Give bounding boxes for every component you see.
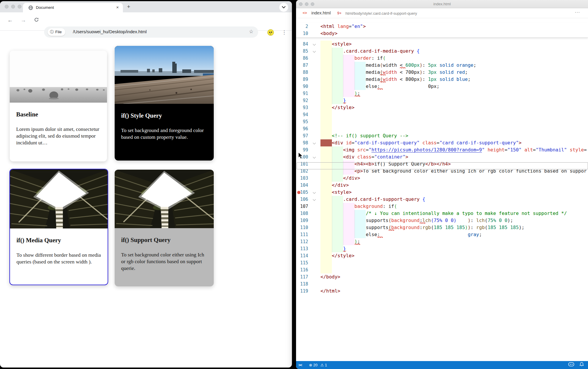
line-number[interactable]: 116 [296,266,308,273]
code-area[interactable]: 84 <style>85 .card.card-if-media-query {… [296,41,588,361]
card-body-text: To set background and foreground color b… [121,127,207,141]
extension-avatar-icon[interactable] [267,29,274,37]
browser-window: Document × + ← → ⓘFile /Users/suowei_hu/… [0,1,292,368]
forward-button[interactable]: → [21,17,26,24]
line-number[interactable]: 92 [296,97,308,104]
editor-tab-filename[interactable]: index.html [311,11,331,15]
error-squiggle [380,74,385,76]
line-number[interactable]: 85 [296,48,308,55]
code-line-85: 85 .card.card-if-media-query { [296,48,588,55]
line-number[interactable]: 119 [296,288,308,295]
code-line-109: 109 supports(background:lch(75% 0 0) ): … [296,217,588,224]
remote-indicator-icon[interactable]: >< [298,361,303,369]
code-text: <body> [320,30,338,37]
card-body-text: To show different border based on media … [16,252,101,265]
card-body-text: Lorem ipsum dolor sit amet, consectetur … [16,126,101,146]
traffic-light-zoom[interactable] [18,5,21,9]
globe-favicon-icon [28,5,33,11]
traffic-light-close[interactable] [5,5,9,9]
code-line-100: 100 <div class="container"> [296,153,588,161]
browser-tab-document[interactable]: Document × [23,3,123,12]
code-text: </style> [320,252,355,259]
code-line-119: 119</html> [296,288,588,295]
fold-chevron-icon[interactable] [313,50,316,53]
line-number[interactable]: 89 [296,76,308,83]
line-number[interactable]: 107 [296,203,308,210]
code-text: </div> [320,182,349,189]
line-number[interactable]: 84 [296,41,308,48]
line-number[interactable]: 97 [296,132,308,139]
line-number[interactable]: 118 [296,280,308,288]
editor-more-actions[interactable]: ··· [575,9,580,14]
code-line-10: 10<body> [296,30,588,37]
code-text: </div> [320,175,360,182]
card-title: if() Media Query [16,237,101,244]
new-tab-button[interactable]: + [127,4,130,10]
html-file-icon: <> [303,11,307,15]
line-number[interactable]: 94 [296,111,308,118]
notifications-bell-icon[interactable] [579,361,584,369]
code-line-115: 115 [296,259,588,266]
code-text: /* ↓ You can intentionally make a typo t… [320,210,567,217]
line-number[interactable]: 109 [296,217,308,224]
indent-guide [320,125,332,132]
traffic-light-minimize[interactable] [11,5,15,9]
card-title: if() Support Query [121,236,207,244]
file-scheme-chip[interactable]: ⓘFile [48,28,65,36]
code-text: ); [320,238,360,245]
error-count: 20 [313,363,318,367]
line-number[interactable]: 108 [296,210,308,217]
bookmark-star-icon[interactable]: ☆ [249,29,253,35]
line-number[interactable]: 113 [296,245,308,252]
warning-count: 1 [325,363,327,367]
browser-tab-strip: Document × + [0,1,292,12]
line-number[interactable]: 87 [296,62,308,69]
problems-status[interactable]: ⊗ 20 ⚠ 1 [309,361,327,369]
line-number[interactable]: 88 [296,69,308,76]
code-text: <style> [320,41,352,48]
code-line-112: 112 ); [296,238,588,245]
line-number[interactable]: 110 [296,224,308,231]
breakpoint-dot[interactable] [297,191,300,194]
code-line-116: 116 [296,266,588,273]
line-number[interactable]: 96 [296,125,308,132]
line-number[interactable]: 93 [296,104,308,111]
line-number[interactable]: 112 [296,238,308,245]
fold-chevron-icon[interactable] [313,191,316,194]
breadcrumb[interactable]: html/body/style/.card.card-if-support-qu… [345,11,417,16]
tab-close-icon[interactable]: × [116,5,119,10]
line-number[interactable]: 115 [296,259,308,266]
error-squiggle [377,89,383,90]
url-bar[interactable]: ⓘFile /Users/suowei_hu/Desktop/index.htm… [44,26,258,38]
url-text[interactable]: /Users/suowei_hu/Desktop/index.html [73,29,147,34]
line-number[interactable]: 114 [296,252,308,259]
card-support-query-image [115,170,214,228]
error-squiggle [355,244,360,245]
code-line-88: 88 media(width < 700px): 3px solid red; [296,69,588,76]
indent-guide [320,118,332,125]
copilot-icon[interactable] [568,361,574,369]
line-number[interactable]: 111 [296,231,308,238]
browser-toolbar: ← → ⓘFile /Users/suowei_hu/Desktop/index… [0,12,292,31]
fold-chevron-icon[interactable] [313,141,316,144]
fold-chevron-icon[interactable] [313,43,316,46]
reload-button[interactable] [34,17,39,24]
browser-menu-icon[interactable]: ⋮ [282,29,287,36]
line-number[interactable]: 98 [296,139,308,146]
line-number[interactable]: 91 [296,90,308,97]
tab-search-button[interactable] [279,3,288,12]
fold-chevron-icon[interactable] [313,156,316,158]
fold-chevron-icon[interactable] [313,198,316,201]
line-number[interactable]: 90 [296,83,308,90]
line-number[interactable]: 104 [296,182,308,189]
line-number[interactable]: 86 [296,55,308,62]
line-number[interactable]: 106 [296,196,308,203]
back-button[interactable]: ← [7,17,13,24]
line-number[interactable]: 95 [296,118,308,125]
card-media-query-image [10,169,108,228]
code-line-86: 86 border: if( [296,55,588,62]
code-text: <html lang="en"> [320,23,366,30]
card-style-query-image [115,46,214,104]
line-number[interactable]: 103 [296,175,308,182]
line-number[interactable]: 117 [296,273,308,280]
